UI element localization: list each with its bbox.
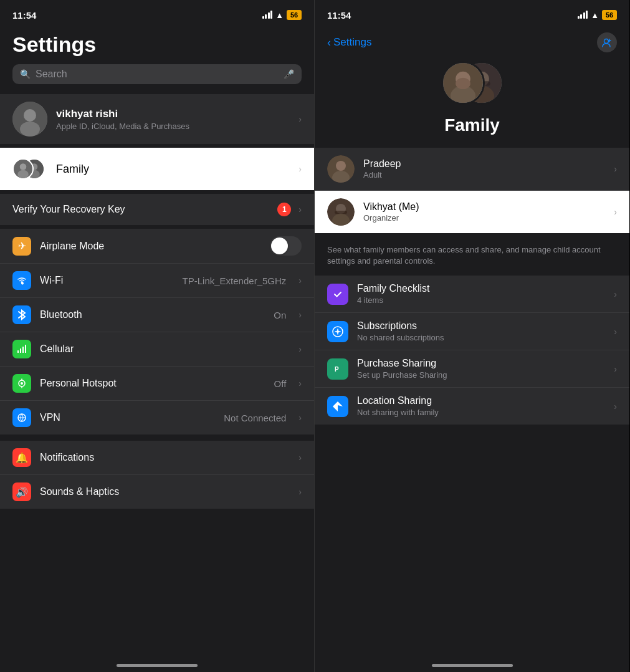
notifications-label: Notifications	[40, 452, 290, 463]
purchase-sharing-item[interactable]: P Purchase Sharing Set up Purchase Shari…	[315, 350, 629, 388]
notifications-item[interactable]: 🔔 Notifications ›	[0, 441, 314, 475]
members-section: Pradeep Adult › Vikhyat (Me) Organizer ›	[315, 148, 629, 233]
airplane-mode-toggle[interactable]	[270, 236, 302, 256]
notifications-icon: 🔔	[12, 448, 31, 467]
cellular-icon	[12, 340, 31, 358]
bluetooth-label: Bluetooth	[40, 309, 265, 320]
nav-bar: ‹ Settings	[315, 27, 629, 55]
account-avatar	[12, 102, 47, 137]
wifi-icon: ▲	[275, 11, 284, 20]
vpn-chevron: ›	[298, 413, 302, 423]
family-label: Family	[56, 163, 290, 176]
location-sharing-chevron: ›	[614, 401, 617, 411]
cellular-item[interactable]: Cellular ›	[0, 332, 314, 367]
family-checklist-chevron: ›	[614, 289, 617, 299]
vikhyat-chevron: ›	[614, 207, 617, 217]
cellular-chevron: ›	[298, 344, 302, 354]
vikhyat-name: Vikhyat (Me)	[363, 201, 605, 213]
purchase-sharing-icon: P	[327, 358, 348, 380]
time-right: 11:54	[327, 10, 351, 21]
svg-point-2	[20, 122, 40, 137]
subscriptions-name: Subscriptions	[357, 320, 605, 332]
family-page-title: Family	[444, 115, 500, 135]
battery-indicator-right: 56	[602, 10, 617, 20]
sounds-icon: 🔊	[12, 482, 31, 501]
pradeep-chevron: ›	[614, 164, 617, 174]
bluetooth-item[interactable]: Bluetooth On ›	[0, 298, 314, 332]
pradeep-name: Pradeep	[363, 158, 605, 170]
wifi-label: Wi-Fi	[40, 275, 174, 286]
right-panel: 11:54 ▲ 56 ‹ Settings	[315, 0, 629, 672]
bluetooth-value: On	[274, 310, 286, 320]
home-indicator-left	[117, 664, 198, 667]
family-row[interactable]: Family ›	[0, 148, 314, 190]
notifications-chevron: ›	[298, 453, 302, 463]
hotspot-item[interactable]: Personal Hotspot Off ›	[0, 367, 314, 401]
account-name: vikhyat rishi	[56, 108, 290, 120]
mic-icon: 🎤	[284, 69, 294, 79]
wifi-value: TP-Link_Extender_5GHz	[183, 276, 287, 286]
location-sharing-sub: Not sharing with family	[357, 408, 605, 417]
time-left: 11:54	[12, 10, 36, 21]
svg-point-26	[336, 161, 346, 171]
search-bar[interactable]: 🔍 Search 🎤	[12, 64, 302, 84]
wifi-item[interactable]: Wi-Fi TP-Link_Extender_5GHz ›	[0, 264, 314, 298]
vpn-icon	[12, 408, 31, 427]
family-header: Family	[315, 55, 629, 148]
vpn-value: Not Connected	[224, 413, 286, 423]
add-member-button[interactable]	[597, 32, 617, 52]
recovery-text: Verify Your Recovery Key	[12, 204, 270, 215]
wifi-icon-right: ▲	[591, 11, 599, 20]
svg-rect-10	[20, 348, 21, 353]
subscriptions-chevron: ›	[614, 327, 617, 337]
signal-icon-right	[578, 11, 588, 19]
purchase-sharing-info: Purchase Sharing Set up Purchase Sharing	[357, 358, 605, 380]
location-sharing-info: Location Sharing Not sharing with family	[357, 395, 605, 417]
svg-rect-11	[22, 347, 24, 353]
back-button[interactable]: ‹ Settings	[327, 36, 371, 49]
family-checklist-icon	[327, 284, 348, 305]
pradeep-info: Pradeep Adult	[363, 158, 605, 180]
subscriptions-item[interactable]: Subscriptions No shared subscriptions ›	[315, 313, 629, 350]
purchase-sharing-name: Purchase Sharing	[357, 358, 605, 369]
account-chevron: ›	[298, 114, 302, 124]
account-subtitle: Apple ID, iCloud, Media & Purchases	[56, 122, 290, 131]
svg-point-4	[20, 163, 27, 170]
features-section: Family Checklist 4 items › Subscriptions…	[315, 276, 629, 425]
signal-icon	[262, 11, 273, 19]
vikhyat-role: Organizer	[363, 213, 605, 223]
family-avatars	[12, 156, 47, 181]
battery-indicator-left: 56	[287, 10, 302, 20]
family-checklist-name: Family Checklist	[357, 283, 605, 294]
airplane-mode-label: Airplane Mode	[40, 241, 261, 252]
hotspot-value: Off	[274, 378, 287, 389]
svg-point-5	[17, 170, 29, 179]
search-placeholder: Search	[36, 69, 279, 80]
recovery-section[interactable]: Verify Your Recovery Key 1 ›	[0, 194, 314, 225]
family-checklist-item[interactable]: Family Checklist 4 items ›	[315, 276, 629, 313]
family-header-avatar-1	[441, 61, 485, 105]
sounds-item[interactable]: 🔊 Sounds & Haptics ›	[0, 475, 314, 509]
family-chevron: ›	[298, 164, 302, 174]
svg-text:P: P	[335, 366, 339, 373]
vikhyat-avatar	[327, 198, 355, 226]
account-row[interactable]: vikhyat rishi Apple ID, iCloud, Media & …	[0, 94, 314, 144]
location-sharing-item[interactable]: Location Sharing Not sharing with family…	[315, 388, 629, 425]
pradeep-avatar	[327, 155, 355, 183]
family-checklist-sub: 4 items	[357, 295, 605, 305]
airplane-mode-item[interactable]: ✈ Airplane Mode	[0, 229, 314, 264]
location-sharing-icon	[327, 396, 348, 417]
svg-point-16	[604, 39, 609, 44]
back-label: Settings	[333, 36, 371, 49]
member-pradeep[interactable]: Pradeep Adult ›	[315, 148, 629, 191]
recovery-chevron: ›	[298, 204, 302, 214]
wifi-setting-icon	[12, 271, 31, 290]
vpn-item[interactable]: VPN Not Connected ›	[0, 401, 314, 434]
purchase-sharing-chevron: ›	[614, 364, 617, 374]
account-info: vikhyat rishi Apple ID, iCloud, Media & …	[56, 108, 290, 131]
vpn-label: VPN	[40, 412, 215, 423]
family-description: See what family members can access and s…	[315, 239, 629, 276]
member-vikhyat[interactable]: Vikhyat (Me) Organizer ›	[315, 191, 629, 233]
settings-title: Settings	[0, 27, 314, 64]
status-bar-right: 11:54 ▲ 56	[315, 0, 629, 27]
